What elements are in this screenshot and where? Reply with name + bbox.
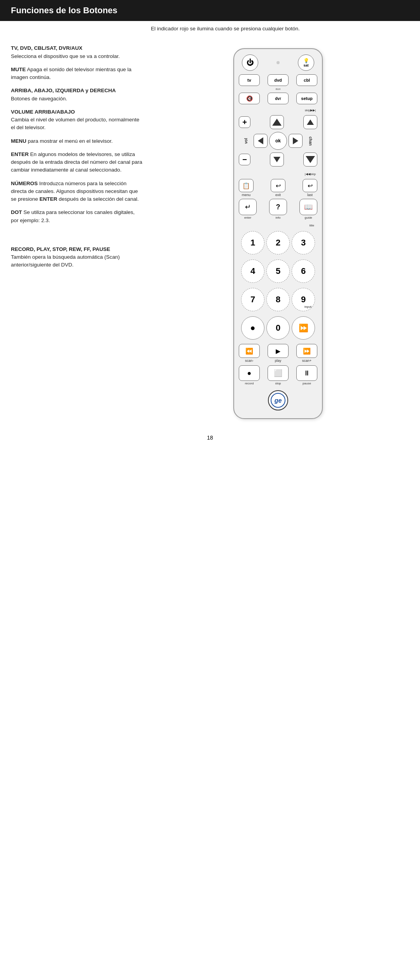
enter-icon: ↵ xyxy=(245,203,251,211)
num-2-button[interactable]: 2 xyxy=(266,231,290,254)
dot-zero-input-row: ● 0 ⏩ xyxy=(241,316,315,340)
dot-button[interactable]: ● xyxy=(241,316,264,340)
nav-left-button[interactable] xyxy=(254,134,268,148)
sat-button[interactable]: 💡 sat xyxy=(298,54,314,71)
enter-button[interactable]: ↵ xyxy=(239,199,257,215)
annotation-nav: ARRIBA, ABAJO, IZQUIERDA y DERECHA Boton… xyxy=(11,87,143,103)
record-label: record xyxy=(245,382,254,385)
setup-label: setup xyxy=(301,96,312,101)
dot-icon: ● xyxy=(250,323,255,333)
annotation-mute-text: Apaga el sonido del televisor mientras q… xyxy=(11,67,131,80)
annotation-dot-bold: DOT xyxy=(11,209,22,215)
nav-right-button[interactable] xyxy=(289,134,303,148)
skip-bwd-label: |◀◀skip xyxy=(305,172,316,176)
num-8-button[interactable]: 8 xyxy=(266,288,290,311)
indicator-note: El indicador rojo se ilumina cuando se p… xyxy=(147,25,409,33)
aux-label: aux xyxy=(276,87,281,91)
annotation-enter: ENTER En algunos modelos de televisores,… xyxy=(11,151,143,174)
ge-logo-svg: ge xyxy=(270,393,286,408)
header-title: Funciones de los Botones xyxy=(11,5,117,15)
annotation-tv-dvd-text: Selecciona el dispositivo que se va a co… xyxy=(11,53,120,59)
sat-light-icon: 💡 xyxy=(303,58,309,63)
scan-plus-group: ⏩ scan+ xyxy=(296,344,317,363)
power-button[interactable]: ⏻ xyxy=(242,54,258,71)
last-btn-group: ↩ last xyxy=(303,179,317,197)
scan-minus-button[interactable]: ⏪ xyxy=(239,344,260,358)
last-button[interactable]: ↩ xyxy=(303,179,317,192)
nav-down-icon xyxy=(273,157,280,162)
chan-down-button[interactable] xyxy=(303,153,317,167)
num-7-button[interactable]: 7 xyxy=(241,288,264,311)
page-number: 18 xyxy=(207,435,213,441)
stop-button[interactable]: ⬜ xyxy=(268,365,289,381)
nav-up-icon xyxy=(307,119,314,125)
dvr-button[interactable]: dvr xyxy=(268,93,289,104)
chan-label-col: chan xyxy=(304,137,317,146)
stop-label: stop xyxy=(275,382,281,385)
vol-up-icon: + xyxy=(242,118,247,127)
num-4-button[interactable]: 4 xyxy=(241,259,264,283)
exit-icon: ↩ xyxy=(276,182,281,189)
vol-up-button[interactable]: + xyxy=(239,116,250,128)
stop-icon: ⬜ xyxy=(274,369,282,377)
annotation-volume: VOLUME ARRIBA/ABAJO Cambia el nivel de v… xyxy=(11,108,143,132)
info-button[interactable]: ? xyxy=(269,199,287,215)
annotation-enter-bold: ENTER xyxy=(11,151,29,157)
ge-logo: ge xyxy=(268,390,288,410)
rewind-icon: ⏪ xyxy=(245,347,253,355)
tv-button[interactable]: tv xyxy=(239,74,260,86)
input-sublabel: input xyxy=(304,305,312,309)
num-6-button[interactable]: 6 xyxy=(292,259,315,283)
mute-button[interactable]: 🔇 xyxy=(239,93,260,104)
scan-plus-button[interactable]: ⏩ xyxy=(296,344,317,358)
annotation-volume-text: Cambia el nivel de volumen del producto,… xyxy=(11,117,139,130)
vol-down-button[interactable]: − xyxy=(239,154,250,165)
play-label: play xyxy=(275,359,282,363)
record-icon: ● xyxy=(247,369,252,377)
num-grid-1: 1 2 3 xyxy=(241,231,315,254)
guide-button[interactable]: 📖 xyxy=(299,199,317,215)
annotation-record-text: También opera la búsqueda automática (Sc… xyxy=(11,254,120,268)
exit-label: exit xyxy=(275,193,281,197)
nav-up-button[interactable] xyxy=(303,115,317,129)
record-stop-pause-row: ● record ⬜ stop ⏸ pause xyxy=(239,365,317,385)
ok-button[interactable]: ok xyxy=(269,132,287,150)
page-title: Funciones de los Botones xyxy=(0,0,420,21)
exit-button[interactable]: ↩ xyxy=(271,179,285,192)
menu-label: menu xyxy=(242,193,251,197)
menu-icon: 📋 xyxy=(242,182,250,189)
ok-label: ok xyxy=(275,138,281,144)
annotation-tv-dvd-bold: TV, DVD, CBL/SAT, DVR/AUX xyxy=(11,45,82,51)
input-button[interactable]: ⏩ xyxy=(292,316,315,340)
annotation-mute: MUTE Apaga el sonido del televisor mient… xyxy=(11,66,143,82)
menu-button[interactable]: 📋 xyxy=(239,179,254,192)
num-5-button[interactable]: 5 xyxy=(266,259,290,283)
annotation-record-bold: RECORD, PLAY, STOP, REW, FF, PAUSE xyxy=(11,246,110,252)
annotation-menu-text: para mostrar el menú en el televisor. xyxy=(28,138,113,144)
setup-button[interactable]: setup xyxy=(296,93,317,104)
annotation-tv-dvd: TV, DVD, CBL/SAT, DVR/AUX Selecciona el … xyxy=(11,44,143,60)
mute-icon: 🔇 xyxy=(246,95,253,102)
vol-label: vol xyxy=(244,138,248,144)
chan-up-icon xyxy=(272,119,282,126)
dvd-button[interactable]: dvd xyxy=(268,74,289,86)
annotation-dot: DOT Se utiliza para seleccionar los cana… xyxy=(11,209,143,224)
power-icon: ⏻ xyxy=(247,59,254,67)
play-group: ▶ play xyxy=(268,344,289,363)
nav-down-button[interactable] xyxy=(270,153,284,167)
num-9-button[interactable]: 9 input xyxy=(292,288,315,311)
skip-fwd-label: skip▶▶| xyxy=(305,109,316,112)
record-button[interactable]: ● xyxy=(239,365,260,381)
chan-up-button[interactable] xyxy=(270,115,284,129)
remote-area: ⏻ 💡 sat tv dvd xyxy=(147,44,409,419)
num-1-button[interactable]: 1 xyxy=(241,231,264,254)
vol-down-icon: − xyxy=(242,155,247,164)
annotations-column: TV, DVD, CBL/SAT, DVR/AUX Selecciona el … xyxy=(11,44,143,419)
num-3-button[interactable]: 3 xyxy=(292,231,315,254)
cbl-button[interactable]: cbl xyxy=(296,74,317,86)
dvr-label: dvr xyxy=(275,96,281,101)
play-button[interactable]: ▶ xyxy=(268,344,289,358)
num-0-button[interactable]: 0 xyxy=(266,316,290,340)
pause-button[interactable]: ⏸ xyxy=(296,365,317,381)
remote-wrapper: ⏻ 💡 sat tv dvd xyxy=(233,48,323,419)
